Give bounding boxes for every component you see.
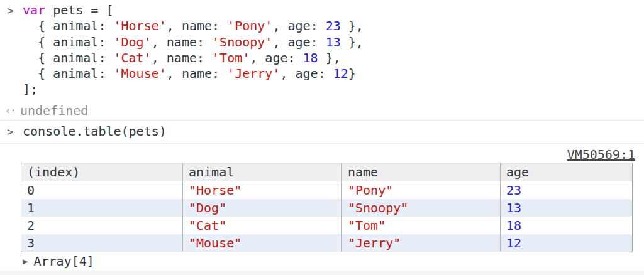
console-panel: > var pets = [ { animal: 'Horse', name: … [0,0,644,270]
table-row: 0"Horse""Pony"23 [21,181,633,199]
console-bottom-divider [0,271,644,275]
console-input-entry: > var pets = [ { animal: 'Horse', name: … [0,0,644,98]
code-line: var pets = [ [23,3,644,18]
array-expander[interactable]: ▶ Array[4] [23,252,644,270]
prompt-chevron-icon: > [0,124,23,139]
table-cell: 18 [501,217,633,234]
source-location-link[interactable]: VM50569:1 [567,147,635,162]
table-cell: 12 [501,234,633,252]
code-line: ]; [23,82,644,97]
table-cell: "Jerry" [342,234,501,252]
table-cell: "Dog" [183,199,342,217]
column-header-age[interactable]: age [501,163,633,181]
table-row: 3"Mouse""Jerry"12 [21,234,633,252]
return-value: undefined [20,103,88,118]
table-row: 2"Cat""Tom"18 [21,217,633,234]
console-table-header: (index)animalnameage [21,163,633,181]
console-table: (index)animalnameage 0"Horse""Pony"231"D… [21,163,633,252]
table-cell: 23 [501,181,633,199]
table-cell: "Horse" [183,181,342,199]
console-command-entry: > console.table(pets) [0,120,644,144]
return-value-icon: ‹· [0,104,20,117]
table-cell: 0 [21,181,183,199]
code-line: { animal: 'Dog', name: 'Snoopy', age: 13… [23,35,644,50]
table-header-row: (index)animalnameage [21,163,633,181]
table-cell: 2 [21,217,183,234]
table-cell: "Snoopy" [342,199,501,217]
table-cell: 3 [21,234,183,252]
table-cell: "Tom" [342,217,501,234]
table-cell: 1 [21,199,183,217]
array-summary[interactable]: Array[4] [33,254,94,269]
table-cell: "Cat" [183,217,342,234]
code-line: { animal: 'Horse', name: 'Pony', age: 23… [23,18,644,34]
table-cell: 13 [501,199,633,217]
console-result-entry: ‹· undefined [0,102,644,119]
column-header-index[interactable]: (index) [21,163,183,181]
table-cell: "Pony" [342,181,501,199]
expand-triangle-icon[interactable]: ▶ [23,256,28,266]
prompt-chevron-icon: > [0,3,23,19]
column-header-animal[interactable]: animal [183,163,342,181]
table-row: 1"Dog""Snoopy"13 [21,199,633,217]
table-cell: "Mouse" [183,234,342,252]
console-input-code: var pets = [ { animal: 'Horse', name: 'P… [23,3,644,98]
console-table-output: VM50569:1 (index)animalnameage 0"Horse""… [0,144,644,270]
code-line: { animal: 'Cat', name: 'Tom', age: 18 }, [23,50,644,66]
source-location: VM50569:1 [0,147,644,162]
code-line: { animal: 'Mouse', name: 'Jerry', age: 1… [23,66,644,82]
console-table-body: 0"Horse""Pony"231"Dog""Snoopy"132"Cat""T… [21,181,633,252]
console-command: console.table(pets) [23,124,167,139]
column-header-name[interactable]: name [342,163,501,181]
